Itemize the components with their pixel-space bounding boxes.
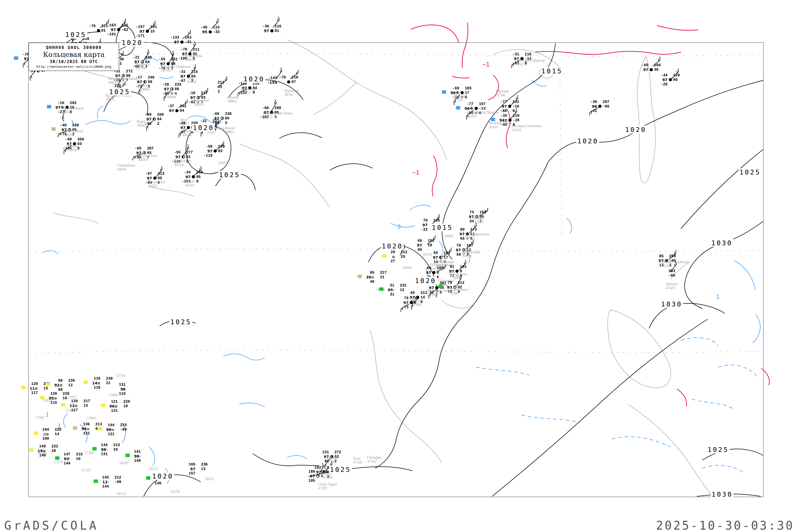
- cloud-cover-circle: [287, 80, 290, 83]
- station-value: [286, 75, 291, 80]
- station-value: [145, 34, 150, 38]
- isobar-label: 1020: [243, 75, 265, 83]
- station-value: 04: [180, 109, 187, 113]
- precip-marker-square: [92, 447, 97, 451]
- station-value: 235: [68, 379, 75, 383]
- station-value: [186, 121, 191, 126]
- render-timestamp: 2025-10-30-03:30: [656, 519, 794, 532]
- station-value: 70: [421, 218, 428, 223]
- station-plot: -651049736: [642, 63, 661, 72]
- bulletin-code: QHHH98 UAOL 300000: [46, 45, 101, 50]
- station-value: 140: [38, 444, 46, 449]
- station-values: 13196110: [119, 382, 131, 396]
- station-values: -692389706-983: [212, 112, 231, 125]
- station-value: -22: [200, 119, 207, 124]
- station-value: [121, 69, 126, 74]
- station-value: 144: [106, 423, 114, 428]
- station-value: -58: [204, 145, 212, 149]
- station-plot: 6522730∞2140: [366, 270, 386, 284]
- station-value: -55: [172, 150, 180, 155]
- station-value: -28: [179, 121, 185, 126]
- station-plot: 212032: [212, 80, 224, 94]
- station-value: -28: [661, 82, 667, 87]
- station-value: 131: [119, 382, 126, 387]
- station-center: [432, 270, 436, 275]
- station-center: [191, 175, 196, 179]
- station-value: [170, 82, 174, 87]
- station-value: [520, 52, 524, 57]
- station-value: 110: [119, 392, 126, 396]
- station-value: [416, 291, 420, 295]
- isobar-label: 1015: [431, 224, 454, 231]
- station-plot: -662089705-1033Нерчинский Завод30879: [260, 106, 281, 119]
- station-value: [423, 248, 427, 252]
- station-plot: -202339708-85⧖4Улеты30846: [162, 82, 181, 96]
- station-value: 131: [322, 450, 329, 455]
- station-name-label: Кыра30949: [137, 119, 146, 128]
- station-name-label: Сретенск30777: [241, 87, 256, 95]
- station-plot: -1629297※16-278Baruunkharaa44241: [55, 101, 76, 114]
- isobar-label: 1025: [64, 31, 87, 39]
- station-value: 97: [642, 68, 648, 72]
- station-value: [603, 109, 609, 113]
- station-value: 04: [157, 117, 164, 121]
- station-values: 1652369713157: [189, 462, 208, 476]
- station-value: 144: [63, 461, 70, 466]
- station-value: -18: [189, 91, 195, 95]
- station-value: [380, 280, 386, 284]
- station-name-label: Экимчан31329: [453, 94, 467, 102]
- station-value: 272: [126, 69, 133, 74]
- station-values: 12021712≡13117: [70, 399, 90, 413]
- station-value: [395, 283, 399, 288]
- station-value: 03: [77, 142, 84, 146]
- station-value: -09: [120, 428, 127, 432]
- isobar-label: 1020: [624, 126, 647, 134]
- station-center: [116, 28, 121, 32]
- station-name-label: Большой Шантар31174: [517, 58, 545, 66]
- station-plot: 66191971905: [417, 239, 434, 252]
- station-value: -119: [204, 153, 212, 158]
- station-name-label: Владивосток31960: [427, 289, 448, 297]
- station-plot: -582399703-119: [204, 145, 225, 158]
- station-plot: -653079705-957Bayan-Ovoo44302: [135, 146, 153, 160]
- station-plot: -3020796-66-41: [590, 100, 609, 113]
- station-center: [46, 449, 51, 453]
- cloud-cover-circle: [221, 117, 224, 120]
- station-value: -17: [135, 75, 142, 80]
- precip-marker-square: [442, 91, 446, 94]
- station-value: [166, 57, 171, 62]
- station-value: -163: [107, 23, 116, 28]
- station-name-label: Анучино31981: [453, 272, 467, 280]
- station-values: 12022095≡16115: [49, 392, 69, 405]
- place-name-label: Шилка30862: [227, 95, 238, 103]
- station-name-label: Бурукан31348: [496, 89, 509, 97]
- station-value: 358: [77, 137, 84, 142]
- station-value: -36: [262, 24, 269, 29]
- station-center: [316, 474, 320, 478]
- station-values: 791297673: [403, 296, 418, 310]
- station-values: 6823592≡1268: [54, 379, 75, 392]
- station-value: [218, 153, 225, 158]
- precip-marker-square: [438, 285, 443, 288]
- station-value: 03: [218, 149, 225, 153]
- cloud-cover-circle: [175, 109, 178, 112]
- station-center: [375, 275, 379, 280]
- station-value: [375, 270, 379, 275]
- station-value: -09: [115, 480, 121, 484]
- station-center: [63, 383, 68, 387]
- station-value: [508, 109, 512, 113]
- station-value: -77: [500, 100, 507, 104]
- cloud-cover-circle: [170, 88, 173, 91]
- station-values: 14022219≡20140: [38, 444, 58, 458]
- station-plot: -182179703-62⧖7Агинское30859: [189, 91, 208, 104]
- station-index-label: 57297: [81, 469, 91, 473]
- cloud-cover-circle: [209, 30, 212, 34]
- river-contour-label: 1: [71, 120, 74, 126]
- station-value: [95, 431, 102, 436]
- station-index-label: 57279: [54, 460, 63, 464]
- station-value: [191, 170, 196, 175]
- station-value: [409, 296, 414, 301]
- station-value: 65: [410, 291, 415, 295]
- station-value: 12: [414, 296, 419, 301]
- place-name-label: Chungmu47162: [367, 455, 382, 463]
